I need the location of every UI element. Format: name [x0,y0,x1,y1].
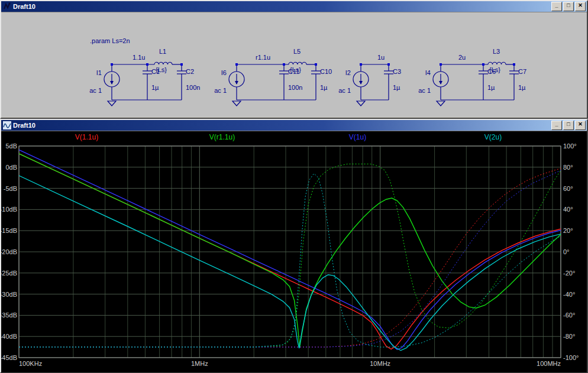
ytick-right: -60° [563,312,575,319]
svg-text:L5: L5 [293,48,301,55]
ground-symbol [357,101,365,106]
ytick-right: 60° [563,185,573,192]
ground-symbol [108,101,116,106]
svg-text:I1: I1 [96,69,102,76]
svg-text:1µ: 1µ [518,84,526,91]
ltspice-schematic-icon [3,2,11,11]
ytick-left: -5dB [4,185,17,192]
svg-text:1µ: 1µ [151,84,159,91]
close-button[interactable]: ✕ [575,2,586,11]
schematic-titlebar[interactable]: Draft10 _ □ ✕ [1,1,587,12]
ytick-right: 20° [563,227,573,234]
svg-text:ac 1: ac 1 [89,87,102,94]
current-arrow [359,81,363,85]
maximize-button[interactable]: □ [563,2,574,11]
legend-trace-1[interactable]: V(r1.1u) [209,133,235,141]
current-arrow [110,81,114,85]
legend-trace-0[interactable]: V(1.1u) [75,133,98,141]
svg-text:2u: 2u [458,54,466,61]
ytick-left: -35dB [1,312,17,319]
circuit-1.1u[interactable]: L1{Ls}C11µC2100nI1ac 11.1u [89,48,200,106]
svg-text:1.1u: 1.1u [133,54,145,61]
ytick-right: 0° [563,248,570,255]
circuit-2u[interactable]: L3{Ls}C61µC71µI4ac 12u [418,48,526,106]
ytick-left: -15dB [1,227,17,234]
minimize-button[interactable]: _ [551,121,562,130]
svg-text:I4: I4 [425,69,431,76]
ytick-right: -20° [563,270,575,277]
phase-trace-0 [19,168,561,347]
xtick: 100KHz [19,360,42,367]
svg-text:C11: C11 [288,68,299,75]
magnitude-trace-1 [19,154,561,348]
close-button[interactable]: ✕ [575,121,586,130]
ytick-right: 40° [563,206,573,213]
minimize-button[interactable]: _ [551,2,562,11]
ytick-right: -100° [563,354,579,361]
ytick-left: -45dB [1,354,17,361]
svg-text:L1: L1 [159,48,166,55]
ground-symbol [232,101,241,106]
ground-symbol [437,101,445,106]
svg-text:r1.1u: r1.1u [256,54,270,61]
ytick-left: -10dB [1,206,17,213]
current-arrow [439,81,442,85]
ytick-left: -40dB [1,333,17,340]
phase-trace-3 [19,174,561,348]
ytick-left: -25dB [1,270,17,277]
ytick-right: -40° [563,291,575,298]
ytick-right: 100° [563,142,577,150]
svg-text:1µ: 1µ [320,84,328,91]
circuit-r1.1u[interactable]: L5{Ls}C11100nC101µI6ac 1r1.1u [214,48,332,106]
xtick: 100MHz [537,360,561,367]
schematic-canvas[interactable]: .param Ls=2nL1{Ls}C11µC2100nI1ac 11.1uL5… [1,12,587,117]
ytick-right: -80° [563,333,575,340]
xtick: 1MHz [191,360,208,367]
svg-text:.param Ls=2n: .param Ls=2n [90,37,130,44]
svg-text:ac 1: ac 1 [214,87,227,94]
current-arrow [235,81,238,85]
magnitude-trace-0 [19,154,561,349]
ytick-left: -30dB [1,291,17,298]
waveform-window: Draft10 _ □ ✕ V(1.1u)V(r1.1u)V(1u)V(2u)5… [0,119,588,373]
desktop: Draft10 _ □ ✕ .param Ls=2nL1{Ls}C11µC210… [0,0,588,373]
svg-text:C3: C3 [393,68,401,75]
ltspice-waveform-icon [3,121,11,129]
maximize-button[interactable]: □ [563,121,574,130]
svg-text:I6: I6 [221,69,227,76]
svg-text:100n: 100n [288,84,302,91]
ytick-right: 80° [563,164,573,171]
inductor-symbol [154,62,172,64]
waveform-titlebar[interactable]: Draft10 _ □ ✕ [1,120,587,131]
legend-trace-3[interactable]: V(2u) [484,133,502,141]
svg-text:C2: C2 [186,68,194,75]
svg-text:100n: 100n [186,84,200,91]
svg-text:ac 1: ac 1 [338,87,351,94]
inductor-symbol [289,62,306,64]
svg-text:1u: 1u [377,54,385,61]
ytick-left: 0dB [5,164,17,171]
svg-text:C10: C10 [320,68,332,75]
bode-plot-svg[interactable]: V(1.1u)V(r1.1u)V(1u)V(2u)5dB0dB-5dB-10dB… [1,131,586,372]
svg-text:C6: C6 [487,68,496,75]
schematic-svg[interactable]: .param Ls=2nL1{Ls}C11µC2100nI1ac 11.1uL5… [1,12,586,117]
svg-text:1µ: 1µ [393,84,400,91]
circuit-1u[interactable]: C31µI2ac 11u [338,54,401,106]
svg-text:C7: C7 [518,68,526,75]
svg-text:C1: C1 [151,68,160,75]
svg-text:ac 1: ac 1 [418,87,431,94]
svg-text:I2: I2 [345,69,351,76]
window-title: Draft10 [13,3,551,10]
phase-trace-2 [19,170,561,347]
schematic-window: Draft10 _ □ ✕ .param Ls=2nL1{Ls}C11µC210… [0,0,588,119]
traces [19,150,561,350]
waveform-plot-area[interactable]: V(1.1u)V(r1.1u)V(1u)V(2u)5dB0dB-5dB-10dB… [1,131,587,372]
magnitude-trace-2 [19,150,561,349]
legend-trace-2[interactable]: V(1u) [349,133,366,141]
xtick: 10MHz [370,360,390,367]
ytick-left: 5dB [5,142,17,150]
ytick-left: -20dB [1,248,17,255]
svg-text:1µ: 1µ [487,84,495,91]
inductor-symbol [488,62,506,64]
svg-text:L3: L3 [493,48,500,55]
